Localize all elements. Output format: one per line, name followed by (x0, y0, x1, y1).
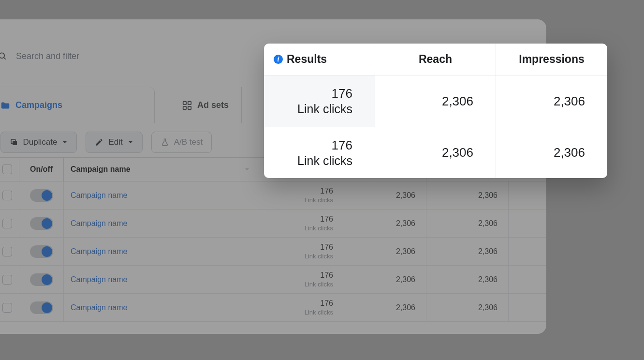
popup-row: 176Link clicks2,3062,306 (264, 127, 607, 178)
popup-results-cell: 176Link clicks (264, 75, 375, 127)
popup-header-results: i Results (264, 44, 375, 75)
popup-impressions-cell: 2,306 (496, 75, 607, 127)
popup-results-value: 176 (332, 86, 352, 101)
popup-reach-value: 2,306 (442, 145, 473, 160)
popup-results-label: Link clicks (297, 102, 352, 116)
popup-results-label: Link clicks (297, 154, 352, 168)
popup-header-reach: Reach (375, 44, 496, 75)
popup-header-results-label: Results (287, 53, 327, 66)
popup-reach-value: 2,306 (442, 94, 473, 109)
popup-impressions-value: 2,306 (554, 145, 585, 160)
popup-header: i Results Reach Impressions (264, 44, 607, 75)
popup-results-value: 176 (332, 138, 352, 153)
popup-impressions-value: 2,306 (554, 94, 585, 109)
popup-impressions-cell: 2,306 (496, 127, 607, 178)
popup-results-cell: 176Link clicks (264, 127, 375, 178)
popup-reach-cell: 2,306 (375, 75, 496, 127)
metrics-popup: i Results Reach Impressions 176Link clic… (264, 44, 607, 178)
popup-reach-cell: 2,306 (375, 127, 496, 178)
info-icon[interactable]: i (274, 55, 283, 64)
popup-row: 176Link clicks2,3062,306 (264, 75, 607, 127)
popup-body: 176Link clicks2,3062,306176Link clicks2,… (264, 75, 607, 178)
popup-header-impressions: Impressions (496, 44, 607, 75)
